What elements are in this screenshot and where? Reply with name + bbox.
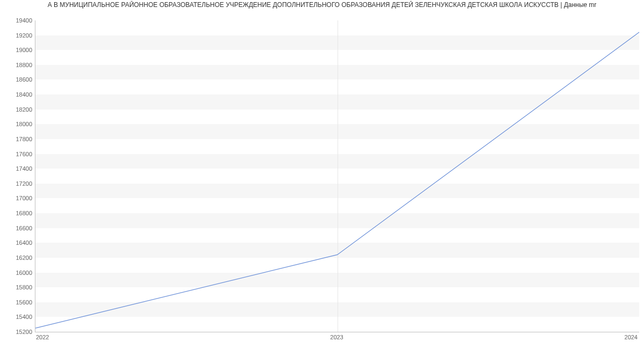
y-tick-label: 19400 [3, 17, 32, 24]
y-tick-label: 17400 [3, 165, 32, 172]
y-tick-label: 19200 [3, 32, 32, 39]
y-tick-label: 17000 [3, 195, 32, 201]
series-line [35, 20, 639, 332]
y-tick-label: 16000 [3, 270, 32, 276]
y-tick-label: 18400 [3, 91, 32, 98]
y-tick-label: 15800 [3, 284, 32, 290]
y-tick-label: 15200 [3, 329, 32, 335]
y-tick-label: 18600 [3, 76, 32, 83]
y-tick-label: 15600 [3, 299, 32, 306]
y-tick-label: 16600 [3, 225, 32, 231]
y-tick-label: 16400 [3, 239, 32, 246]
y-tick-label: 17800 [3, 136, 32, 142]
x-tick-label: 2023 [330, 334, 343, 340]
x-tick-label: 2024 [625, 334, 638, 340]
y-tick-label: 18200 [3, 106, 32, 113]
y-tick-label: 17200 [3, 180, 32, 187]
y-tick-label: 16200 [3, 255, 32, 261]
y-tick-label: 15400 [3, 314, 32, 320]
y-tick-label: 18800 [3, 62, 32, 68]
y-tick-label: 16800 [3, 210, 32, 216]
plot-area [35, 20, 639, 332]
x-tick-label: 2022 [36, 334, 49, 340]
y-tick-label: 17600 [3, 151, 32, 157]
chart-title: А В МУНИЦИПАЛЬНОЕ РАЙОННОЕ ОБРАЗОВАТЕЛЬН… [0, 1, 644, 9]
y-tick-label: 18000 [3, 121, 32, 127]
y-tick-label: 19000 [3, 47, 32, 53]
